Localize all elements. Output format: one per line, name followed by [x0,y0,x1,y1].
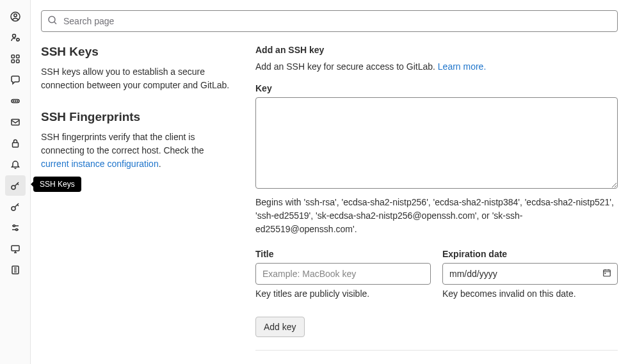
fingerprints-desc-text: SSH fingerprints verify that the client … [41,132,204,155]
svg-rect-13 [12,143,18,147]
svg-rect-21 [604,270,611,276]
title-label: Title [255,249,431,259]
sidebar-item-preferences[interactable] [5,218,26,238]
expiration-help: Key becomes invalid on this date. [442,289,618,299]
main-content: SSH Keys SSH keys allow you to establish… [31,0,628,364]
svg-point-2 [12,35,15,38]
svg-point-15 [12,207,15,210]
lock-icon [10,138,20,148]
instance-config-link[interactable]: current instance configuration [41,159,159,169]
add-key-sub-text: Add an SSH key for secure access to GitL… [255,61,438,72]
sidebar-item-active-sessions[interactable] [5,239,26,259]
divider [255,350,618,351]
mail-icon [10,117,20,127]
sidebar-item-password[interactable] [5,133,26,154]
search-wrap [41,10,618,32]
expiration-input[interactable] [442,263,618,285]
add-key-button[interactable]: Add key [255,317,305,337]
svg-point-14 [12,186,15,189]
user-gear-icon [10,33,20,43]
apps-icon [10,54,20,64]
sidebar-item-chat[interactable] [5,70,26,90]
svg-point-10 [15,101,15,102]
ssh-keys-desc: SSH keys allow you to establish a secure… [41,65,230,92]
sidebar-item-tokens[interactable] [5,91,26,111]
add-key-heading: Add an SSH key [255,45,618,55]
title-help: Key titles are publicly visible. [255,289,431,299]
key-label: Key [255,83,618,93]
token-icon [10,96,20,106]
key-icon [10,202,20,212]
svg-rect-4 [12,55,15,58]
svg-rect-7 [16,60,19,63]
learn-more-link[interactable]: Learn more. [438,61,486,72]
tooltip: SSH Keys [33,177,81,192]
add-key-sub: Add an SSH key for secure access to GitL… [255,61,618,72]
sidebar: SSH Keys [0,0,31,364]
search-icon [47,15,58,28]
svg-rect-5 [16,55,19,58]
sidebar-item-notifications[interactable] [5,154,26,175]
right-column: Add an SSH key Add an SSH key for secure… [255,45,618,351]
key-textarea[interactable] [255,97,618,189]
svg-rect-12 [12,120,19,125]
svg-point-11 [17,101,17,102]
sidebar-item-applications[interactable] [5,49,26,69]
left-column: SSH Keys SSH keys allow you to establish… [41,45,230,351]
svg-point-17 [15,229,17,231]
key-icon [10,180,20,191]
chat-icon [10,75,20,85]
svg-point-16 [13,225,15,227]
svg-point-9 [13,101,13,102]
svg-point-1 [13,14,16,17]
expiration-label: Expiration date [442,249,618,259]
search-input[interactable] [41,10,618,32]
fingerprints-desc-post: . [159,159,161,169]
svg-rect-18 [12,246,19,251]
log-icon [10,265,20,275]
svg-rect-22 [605,273,606,274]
ssh-keys-heading: SSH Keys [41,45,230,59]
user-circle-icon [10,12,20,22]
bell-icon [10,159,20,170]
sidebar-item-ssh-keys[interactable] [5,175,26,196]
svg-point-20 [49,17,55,23]
sidebar-item-emails[interactable] [5,112,26,132]
fingerprints-desc: SSH fingerprints verify that the client … [41,131,230,171]
sliders-icon [10,223,20,233]
sidebar-item-profile[interactable] [5,6,26,27]
fingerprints-heading: SSH Fingerprints [41,110,230,124]
monitor-icon [10,244,20,254]
key-help: Begins with 'ssh-rsa', 'ecdsa-sha2-nistp… [255,196,618,236]
title-input[interactable] [255,263,431,285]
sidebar-item-gpg-keys[interactable] [5,196,26,217]
sidebar-item-account[interactable] [5,28,26,48]
sidebar-item-authentication-log[interactable] [5,260,26,280]
calendar-icon[interactable] [602,269,611,280]
svg-rect-6 [12,60,15,63]
